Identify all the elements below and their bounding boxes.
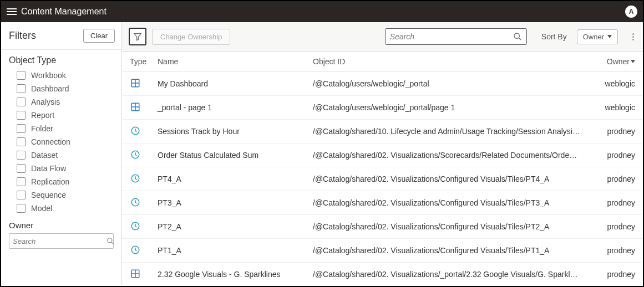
- table-row[interactable]: My Dashboard/@Catalog/users/weblogic/_po…: [122, 72, 643, 96]
- header-type[interactable]: Type: [130, 57, 158, 66]
- filter-type-label: Data Flow: [31, 164, 66, 173]
- svg-marker-2: [134, 34, 141, 40]
- svg-line-1: [111, 242, 114, 244]
- search-input[interactable]: [390, 32, 513, 41]
- sort-dropdown[interactable]: Owner: [577, 29, 618, 44]
- filter-type-label: Report: [31, 111, 54, 120]
- row-name: Sessions Track by Hour: [158, 127, 313, 136]
- filter-type-item[interactable]: Sequence: [9, 188, 114, 202]
- header-owner[interactable]: Owner: [595, 57, 635, 66]
- table-row[interactable]: Sessions Track by Hour/@Catalog/shared/1…: [122, 120, 643, 144]
- row-name: PT4_A: [158, 175, 313, 183]
- avatar[interactable]: A: [625, 6, 637, 18]
- row-owner: weblogic: [595, 79, 635, 88]
- row-owner: prodney: [595, 127, 635, 136]
- table-row[interactable]: PT4_A/@Catalog/shared/02. Visualizations…: [122, 167, 643, 191]
- row-object-id: /@Catalog/shared/02. Visualizations/Scor…: [313, 151, 595, 160]
- menu-icon[interactable]: [7, 7, 17, 17]
- clear-button[interactable]: Clear: [83, 29, 115, 43]
- checkbox-icon[interactable]: [17, 124, 26, 133]
- avatar-initial: A: [629, 8, 634, 16]
- table-row[interactable]: Order Status Calculated Sum/@Catalog/sha…: [122, 144, 643, 167]
- filter-type-item[interactable]: Model: [9, 202, 114, 215]
- table-row[interactable]: 2.32 Google Visuals - G. Sparklines/@Cat…: [122, 263, 643, 286]
- chevron-down-icon: [607, 35, 612, 38]
- header-owner-label: Owner: [607, 57, 630, 66]
- row-owner: weblogic: [595, 103, 635, 112]
- checkbox-icon[interactable]: [17, 98, 26, 106]
- analysis-icon: [130, 197, 158, 209]
- search-box[interactable]: [385, 28, 527, 45]
- analysis-icon: [130, 149, 158, 161]
- funnel-icon: [133, 32, 142, 41]
- table-row[interactable]: PT2_A/@Catalog/shared/02. Visualizations…: [122, 215, 643, 239]
- filter-type-item[interactable]: Replication: [9, 175, 114, 188]
- table-row[interactable]: _portal - page 1/@Catalog/users/weblogic…: [122, 96, 643, 120]
- checkbox-icon[interactable]: [17, 177, 26, 186]
- row-owner: prodney: [595, 270, 635, 279]
- row-owner: prodney: [595, 151, 635, 160]
- row-owner: prodney: [595, 246, 635, 255]
- filter-type-item[interactable]: Data Flow: [9, 162, 114, 175]
- checkbox-icon[interactable]: [17, 204, 26, 213]
- filter-type-item[interactable]: Folder: [9, 122, 114, 135]
- filter-type-item[interactable]: Report: [9, 109, 114, 122]
- svg-line-4: [519, 38, 521, 40]
- filter-type-label: Workbook: [31, 71, 66, 80]
- row-name: PT2_A: [158, 222, 313, 231]
- svg-point-0: [108, 238, 112, 243]
- checkbox-icon[interactable]: [17, 164, 26, 173]
- filters-title: Filters: [9, 30, 36, 42]
- analysis-icon: [130, 125, 158, 137]
- table-header: Type Name Object ID Owner: [122, 52, 643, 72]
- row-object-id: /@Catalog/shared/02. Visualizations/Conf…: [313, 246, 595, 255]
- svg-point-3: [514, 33, 519, 38]
- toolbar: Change Ownership Sort By Owner: [122, 22, 643, 52]
- header-object-id[interactable]: Object ID: [313, 57, 595, 66]
- checkbox-icon[interactable]: [17, 111, 26, 120]
- dashboard-icon: [130, 78, 158, 90]
- row-name: My Dashboard: [158, 79, 313, 88]
- row-object-id: /@Catalog/users/weblogic/_portal: [313, 79, 595, 88]
- row-object-id: /@Catalog/users/weblogic/_portal/page 1: [313, 103, 595, 112]
- filter-type-label: Dataset: [31, 151, 58, 160]
- filter-type-item[interactable]: Connection: [9, 135, 114, 148]
- row-name: PT3_A: [158, 198, 313, 207]
- sort-value: Owner: [583, 33, 604, 41]
- owner-search-input[interactable]: [13, 237, 107, 245]
- row-name: _portal - page 1: [158, 103, 313, 112]
- checkbox-icon[interactable]: [17, 191, 26, 199]
- filter-type-label: Sequence: [31, 191, 66, 199]
- more-actions-icon[interactable]: [630, 31, 636, 43]
- change-ownership-button: Change Ownership: [152, 29, 230, 45]
- owner-search[interactable]: [9, 233, 114, 249]
- object-type-title: Object Type: [1, 50, 121, 69]
- sort-by-label: Sort By: [541, 32, 567, 41]
- table-row[interactable]: PT1_A/@Catalog/shared/02. Visualizations…: [122, 239, 643, 263]
- checkbox-icon[interactable]: [17, 151, 26, 160]
- filter-type-item[interactable]: Workbook: [9, 69, 114, 82]
- filter-type-label: Analysis: [31, 98, 60, 106]
- filter-toggle-button[interactable]: [129, 28, 146, 45]
- row-object-id: /@Catalog/shared/02. Visualizations/Conf…: [313, 222, 595, 231]
- filter-type-label: Folder: [31, 124, 53, 133]
- row-object-id: /@Catalog/shared/02. Visualizations/_por…: [313, 270, 595, 279]
- row-name: PT1_A: [158, 246, 313, 255]
- filter-type-label: Dashboard: [31, 84, 69, 93]
- checkbox-icon[interactable]: [17, 84, 26, 93]
- row-name: Order Status Calculated Sum: [158, 151, 313, 160]
- filters-sidebar: Filters Clear Object Type WorkbookDashbo…: [1, 22, 122, 286]
- owner-filter-title: Owner: [9, 221, 114, 230]
- filter-type-item[interactable]: Dashboard: [9, 82, 114, 95]
- dashboard-icon: [130, 101, 158, 114]
- row-owner: prodney: [595, 198, 635, 207]
- filter-type-label: Connection: [31, 137, 70, 146]
- table-row[interactable]: PT3_A/@Catalog/shared/02. Visualizations…: [122, 191, 643, 215]
- checkbox-icon[interactable]: [17, 71, 26, 80]
- analysis-icon: [130, 244, 158, 257]
- filter-type-item[interactable]: Analysis: [9, 95, 114, 109]
- search-icon: [513, 32, 522, 41]
- header-name[interactable]: Name: [158, 57, 313, 66]
- filter-type-item[interactable]: Dataset: [9, 148, 114, 162]
- checkbox-icon[interactable]: [17, 137, 26, 146]
